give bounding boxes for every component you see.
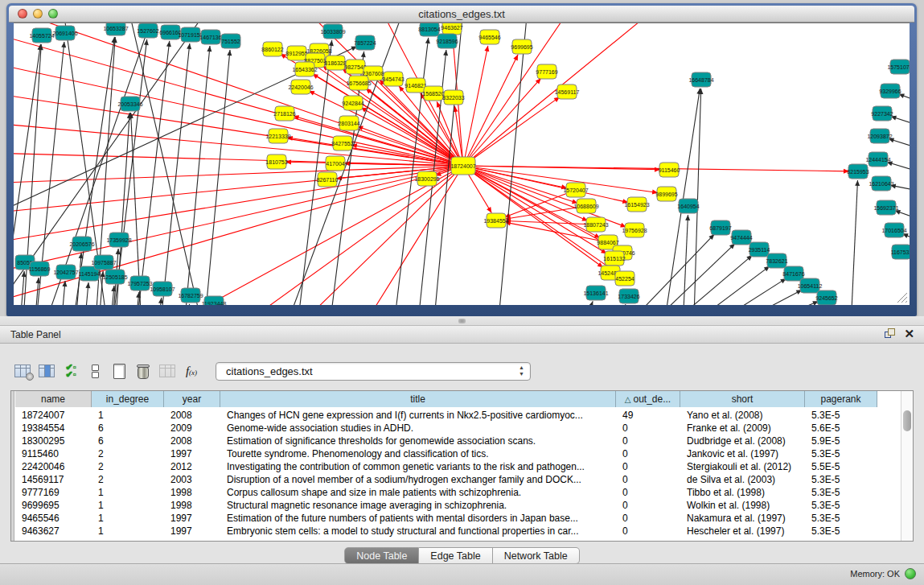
table-cell[interactable]: 19384554 [15,422,92,435]
table-row[interactable]: 1456911722003Disruption of a novel membe… [15,473,900,486]
table-cell[interactable]: Hescheler et al. (1997) [680,525,805,538]
table-cell[interactable]: 5.3E-5 [805,512,877,525]
table-row[interactable]: 1938455462009Genome-wide association stu… [15,422,900,435]
graph-edge[interactable] [463,166,658,192]
column-header-name[interactable]: name [15,391,92,407]
table-cell[interactable]: 6 [92,422,164,435]
graph-edge[interactable] [14,166,463,305]
close-window-button[interactable] [18,9,27,19]
table-cell[interactable]: 0 [616,435,680,447]
table-cell[interactable]: Wolkin et al. (1998) [680,499,805,512]
table-cell[interactable]: 49 [616,409,680,422]
table-cell[interactable]: Corpus callosum shape and size in male p… [220,486,616,499]
table-cell[interactable]: 1997 [164,512,220,525]
graph-edge[interactable] [850,180,857,305]
graph-edge[interactable] [309,91,463,166]
table-cell[interactable]: Franke et al. (2009) [680,422,805,435]
graph-edge[interactable] [184,304,190,305]
table-cell[interactable]: 5.3E-5 [805,473,877,486]
close-panel-icon[interactable]: ✕ [904,328,914,340]
graph-edge[interactable] [158,43,190,305]
table-cell[interactable]: 9699695 [15,499,92,512]
table-cell[interactable]: 1997 [164,447,220,460]
new-column-button[interactable] [108,360,130,381]
graph-edge[interactable] [203,50,230,305]
splitter-handle[interactable] [458,319,466,323]
network-window-titlebar[interactable]: citations_edges.txt [9,6,914,23]
column-header-indegree[interactable]: in_degree [92,391,164,407]
graph-edge[interactable] [898,94,910,112]
table-cell[interactable]: Disruption of a novel member of a sodium… [220,473,616,486]
select-columns-button[interactable]: ✔▫✔▫ [60,360,82,381]
table-cell[interactable]: 2 [92,447,164,460]
delete-column-button[interactable] [132,360,154,381]
table-cell[interactable]: 0 [616,422,680,435]
graph-edge[interactable] [14,152,463,166]
row-height-button[interactable] [84,360,106,381]
graph-edge[interactable] [134,41,170,305]
table-cell[interactable]: Jankovic et al. (1997) [680,447,805,460]
table-cell[interactable]: 2008 [164,435,220,447]
graph-edge[interactable] [463,166,578,204]
table-row[interactable]: 946554611997Estimation of the future num… [15,512,900,525]
table-cell[interactable]: 1998 [164,486,220,499]
function-builder-button[interactable]: f(x) [180,360,203,381]
graph-edge[interactable] [629,244,735,305]
table-row[interactable]: 969969511998Structural magnetic resonanc… [15,499,900,512]
graph-edge[interactable] [463,78,541,166]
table-cell[interactable]: 9777169 [15,486,92,499]
table-cell[interactable]: Dudbridge et al. (2008) [680,435,805,447]
table-cell[interactable]: 6 [92,435,164,447]
table-cell[interactable]: de Silva et al. (2003) [680,473,805,486]
table-cell[interactable]: Stergiakouli et al. (2012) [680,460,805,473]
column-header-year[interactable]: year [164,391,220,407]
graph-edge[interactable] [610,304,626,305]
table-cell[interactable]: 1997 [164,525,220,538]
graph-edge[interactable] [463,55,518,166]
table-cell[interactable]: 1 [92,409,164,422]
minimize-window-button[interactable] [33,9,43,19]
table-cell[interactable]: Tourette syndrome. Phenomenology and cla… [220,447,616,460]
table-cell[interactable]: 2 [92,460,164,473]
table-row[interactable]: 1830029562008Estimation of significance … [15,435,900,447]
graph-edge[interactable] [890,116,910,134]
graph-edge[interactable] [14,166,463,216]
table-cell[interactable]: Investigating the contribution of common… [220,460,616,473]
table-cell[interactable]: 5.3E-5 [805,525,877,538]
column-header-outde[interactable]: △out_de... [616,391,680,407]
table-cell[interactable]: Tibbo et al. (1998) [680,486,805,499]
table-cell[interactable]: 5.3E-5 [805,499,877,512]
table-cell[interactable]: 9115460 [15,447,92,460]
network-canvas[interactable]: 1872400788601228912955182260588827503165… [14,23,910,305]
table-cell[interactable]: 2008 [164,409,220,422]
graph-edge[interactable] [14,166,463,281]
tab-edge-table[interactable]: Edge Table [419,547,492,564]
table-cell[interactable]: 5.3E-5 [805,447,877,460]
table-cell[interactable]: Estimation of significance thresholds fo… [220,435,616,447]
table-cell[interactable]: 2009 [164,422,220,435]
graph-edge[interactable] [697,290,802,305]
column-header-pagerank[interactable]: pagerank [805,391,877,407]
resize-grip-icon[interactable] [895,290,908,303]
table-cell[interactable]: 14569117 [15,473,92,486]
graph-edge[interactable] [681,278,786,305]
table-cell[interactable]: 2012 [164,460,220,473]
table-row[interactable]: 2242004622012Investigating the contribut… [15,460,900,473]
column-header-short[interactable]: short [680,391,805,407]
graph-edge[interactable] [463,97,560,166]
table-cell[interactable]: 5.5E-5 [805,460,877,473]
table-cell[interactable]: 0 [616,460,680,473]
table-cell[interactable]: Nakamura et al. (1997) [680,512,805,525]
graph-edge[interactable] [693,89,701,305]
tab-node-table[interactable]: Node Table [344,547,419,564]
table-cell[interactable]: 1 [92,525,164,538]
tab-network-table[interactable]: Network Table [493,547,580,564]
table-cell[interactable]: 5.3E-5 [805,486,877,499]
table-cell[interactable]: 18300295 [15,435,92,447]
float-panel-icon[interactable] [885,328,896,340]
table-row[interactable]: 946362711997Embryonic stem cells: a mode… [15,525,900,538]
show-columns-button[interactable] [35,360,58,381]
table-cell[interactable]: 0 [616,499,680,512]
table-cell[interactable]: 0 [616,525,680,538]
table-cell[interactable]: 1 [92,499,164,512]
